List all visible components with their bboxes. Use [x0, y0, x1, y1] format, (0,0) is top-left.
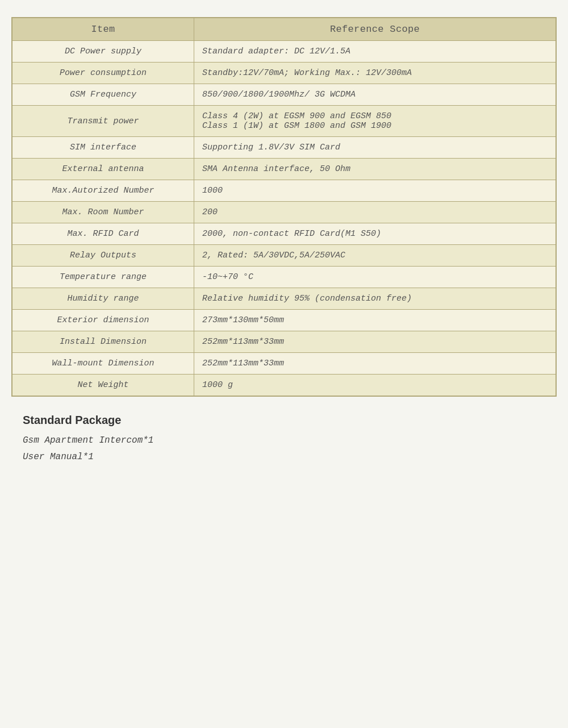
table-row: Net Weight1000 g [12, 375, 556, 396]
table-row: Humidity rangeRelative humidity 95% (con… [12, 288, 556, 310]
table-row: Max. Room Number200 [12, 202, 556, 223]
table-cell-value: 273mm*130mm*50mm [194, 310, 556, 331]
table-cell-item: Max.Autorized Number [12, 180, 194, 202]
table-cell-value: Relative humidity 95% (condensation free… [194, 288, 556, 310]
table-row: Wall-mount Dimension252mm*113mm*33mm [12, 353, 556, 375]
table-cell-item: Power consumption [12, 63, 194, 84]
table-cell-value: Supporting 1.8V/3V SIM Card [194, 137, 556, 159]
table-cell-value: 2000, non-contact RFID Card(M1 S50) [194, 223, 556, 245]
standard-package-title: Standard Package [23, 414, 557, 427]
table-cell-item: Exterior dimension [12, 310, 194, 331]
table-cell-item: Transmit power [12, 106, 194, 137]
table-cell-item: Install Dimension [12, 331, 194, 353]
table-row: Max. RFID Card2000, non-contact RFID Car… [12, 223, 556, 245]
table-cell-item: Max. RFID Card [12, 223, 194, 245]
table-cell-value: 200 [194, 202, 556, 223]
table-cell-item: DC Power supply [12, 41, 194, 63]
table-cell-value: 2, Rated: 5A/30VDC,5A/250VAC [194, 245, 556, 267]
package-list: Gsm Apartment Intercom*1User Manual*1 [23, 432, 557, 465]
table-row: Relay Outputs2, Rated: 5A/30VDC,5A/250VA… [12, 245, 556, 267]
table-row: SIM interfaceSupporting 1.8V/3V SIM Card [12, 137, 556, 159]
table-row: DC Power supplyStandard adapter: DC 12V/… [12, 41, 556, 63]
table-cell-value: 1000 g [194, 375, 556, 396]
table-cell-value: 850/900/1800/1900Mhz/ 3G WCDMA [194, 84, 556, 106]
header-reference-scope: Reference Scope [194, 18, 556, 41]
package-list-item: User Manual*1 [23, 449, 557, 465]
table-row: Install Dimension252mm*113mm*33mm [12, 331, 556, 353]
table-cell-value: 252mm*113mm*33mm [194, 353, 556, 375]
table-cell-value: SMA Antenna interface, 50 Ohm [194, 159, 556, 180]
table-cell-value: Standard adapter: DC 12V/1.5A [194, 41, 556, 63]
table-cell-item: External antenna [12, 159, 194, 180]
table-row: GSM Frequency850/900/1800/1900Mhz/ 3G WC… [12, 84, 556, 106]
table-cell-item: Humidity range [12, 288, 194, 310]
table-cell-value: Standby:12V/70mA; Working Max.: 12V/300m… [194, 63, 556, 84]
table-cell-value: 1000 [194, 180, 556, 202]
specs-table-container: Item Reference Scope DC Power supplyStan… [11, 17, 557, 397]
package-list-item: Gsm Apartment Intercom*1 [23, 432, 557, 449]
table-row: Transmit powerClass 4 (2W) at EGSM 900 a… [12, 106, 556, 137]
table-cell-item: Temperature range [12, 267, 194, 288]
table-row: External antennaSMA Antenna interface, 5… [12, 159, 556, 180]
header-item: Item [12, 18, 194, 41]
specs-table: Item Reference Scope DC Power supplyStan… [12, 18, 556, 396]
table-row: Power consumptionStandby:12V/70mA; Worki… [12, 63, 556, 84]
table-row: Max.Autorized Number1000 [12, 180, 556, 202]
table-cell-value: -10~+70 °C [194, 267, 556, 288]
table-cell-item: Max. Room Number [12, 202, 194, 223]
table-header-row: Item Reference Scope [12, 18, 556, 41]
table-cell-item: Wall-mount Dimension [12, 353, 194, 375]
table-cell-value: 252mm*113mm*33mm [194, 331, 556, 353]
table-row: Temperature range-10~+70 °C [12, 267, 556, 288]
table-row: Exterior dimension273mm*130mm*50mm [12, 310, 556, 331]
table-cell-item: SIM interface [12, 137, 194, 159]
table-cell-item: Relay Outputs [12, 245, 194, 267]
table-cell-item: Net Weight [12, 375, 194, 396]
table-cell-item: GSM Frequency [12, 84, 194, 106]
table-cell-value: Class 4 (2W) at EGSM 900 and EGSM 850Cla… [194, 106, 556, 137]
